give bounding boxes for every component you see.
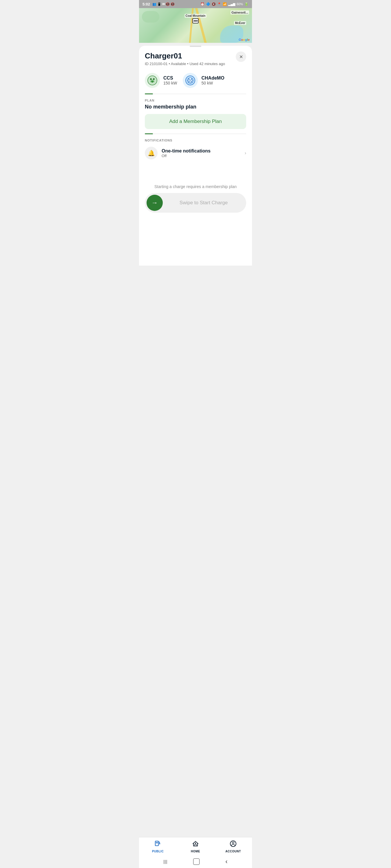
time-display: 5:02 — [142, 2, 150, 6]
sheet-header: Charger01 ID 210100-01 • Available • Use… — [139, 52, 252, 71]
chademo-svg — [185, 75, 196, 86]
connectors-section: CCS 150 kW — [139, 71, 252, 94]
status-right: ⏰ 🔷 🔇 📍 📶 ▂▄▆ 60% 🔋 — [200, 2, 249, 6]
chademo-icon — [183, 73, 198, 88]
road-shield: 369 — [192, 18, 199, 24]
notification-left: 🔔 One-time notifications Off — [145, 147, 211, 159]
notification-details: One-time notifications Off — [162, 148, 211, 158]
notification-status: Off — [162, 154, 211, 158]
battery-display: 60% — [236, 2, 243, 6]
drag-handle[interactable] — [190, 46, 201, 47]
svg-point-18 — [190, 82, 191, 83]
google-logo: Google — [239, 38, 250, 41]
notif-divider — [145, 134, 246, 134]
wifi-icon: 📶 — [223, 2, 227, 6]
map-label-coal: Coal Mountain — [185, 14, 206, 18]
bottom-sheet: Charger01 ID 210100-01 • Available • Use… — [139, 46, 252, 266]
swipe-bar[interactable]: → Swipe to Start Charge — [145, 193, 246, 213]
svg-point-15 — [188, 81, 190, 83]
plan-section: PLAN No membership plan Add a Membership… — [139, 94, 252, 134]
ccs-power: 150 kW — [163, 81, 177, 85]
cta-area: Starting a charge requires a membership … — [139, 184, 252, 218]
status-bar: 5:02 👥 📱 ✉ 📵 📵 ⏰ 🔷 🔇 📍 📶 ▂▄▆ 60% 🔋 — [139, 0, 252, 8]
charger-info: Charger01 ID 210100-01 • Available • Use… — [145, 52, 225, 66]
cta-hint: Starting a charge requires a membership … — [145, 184, 246, 189]
svg-point-16 — [191, 81, 193, 83]
svg-point-8 — [150, 80, 154, 83]
chademo-power: 50 kW — [201, 81, 224, 85]
status-time: 5:02 👥 📱 ✉ 📵 📵 — [142, 2, 175, 6]
ccs-svg — [147, 75, 158, 86]
battery-icon: 🔋 — [245, 2, 249, 6]
ccs-icon — [145, 73, 160, 88]
plan-divider — [145, 94, 246, 94]
map-label-mcever: McEver — [234, 21, 246, 25]
svg-point-14 — [192, 80, 193, 81]
bluetooth-icon: 🔷 — [206, 2, 210, 6]
chademo-details: CHAdeMO 50 kW — [201, 75, 224, 85]
svg-point-17 — [189, 79, 191, 82]
add-membership-button[interactable]: Add a Membership Plan — [145, 114, 246, 129]
svg-point-11 — [188, 79, 190, 80]
plan-name: No membership plan — [145, 104, 246, 110]
chevron-right-icon: › — [245, 151, 246, 156]
mute-icon: 🔇 — [212, 2, 216, 6]
alarm-icon: ⏰ — [200, 2, 204, 6]
map-background: Gainesvil... Coal Mountain McEver 369 Go… — [139, 8, 252, 43]
chademo-name: CHAdeMO — [201, 75, 224, 81]
notifications-label: NOTIFICATIONS — [145, 138, 246, 142]
signal-icon: ▂▄▆ — [228, 2, 235, 6]
connector-chademo: CHAdeMO 50 kW — [183, 73, 224, 88]
location-icon: 📍 — [217, 2, 221, 6]
plan-label: PLAN — [145, 99, 246, 102]
close-button[interactable]: ✕ — [236, 52, 246, 62]
notification-item[interactable]: 🔔 One-time notifications Off › — [145, 144, 246, 162]
swipe-button[interactable]: → — [146, 195, 163, 211]
close-icon: ✕ — [239, 54, 243, 60]
plan-divider-accent — [145, 93, 153, 94]
notification-title: One-time notifications — [162, 148, 211, 154]
map-park — [142, 11, 159, 23]
charger-title: Charger01 — [145, 52, 225, 60]
map-label-gainesville: Gainesvil... — [230, 10, 249, 14]
ccs-name: CCS — [163, 75, 177, 81]
arrow-right-icon: → — [151, 199, 158, 207]
notif-divider-accent — [145, 133, 153, 134]
connector-ccs: CCS 150 kW — [145, 73, 177, 88]
notifications-section: NOTIFICATIONS 🔔 One-time notifications O… — [139, 134, 252, 167]
svg-point-13 — [187, 80, 189, 81]
map-road-1 — [194, 8, 211, 43]
svg-point-12 — [191, 79, 193, 80]
ccs-details: CCS 150 kW — [163, 75, 177, 85]
bell-icon: 🔔 — [148, 150, 155, 157]
map-road-2 — [187, 8, 194, 43]
bell-icon-wrap: 🔔 — [145, 147, 158, 159]
svg-point-7 — [153, 78, 155, 80]
svg-point-6 — [150, 78, 152, 80]
charger-subtitle: ID 210100-01 • Available • Used 42 minut… — [145, 62, 225, 66]
swipe-label: Swipe to Start Charge — [163, 200, 245, 206]
content-spacer — [139, 167, 252, 184]
